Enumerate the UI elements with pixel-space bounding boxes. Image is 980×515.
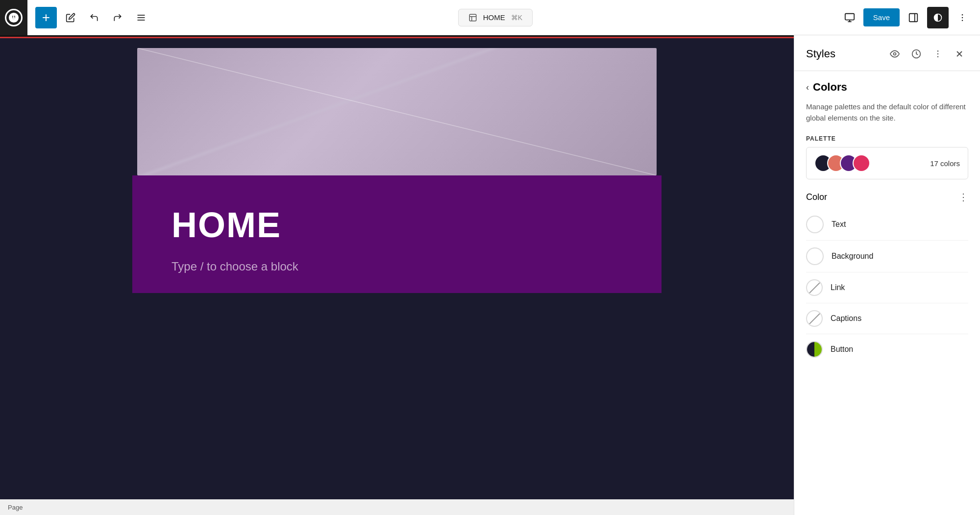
page-title: HOME [483, 13, 505, 22]
canvas-area[interactable]: HOME Type / to choose a block Page [0, 35, 794, 515]
canvas-frame: HOME Type / to choose a block [132, 48, 662, 293]
button-swatch-green [814, 342, 822, 357]
color-item-link[interactable]: Link [806, 272, 968, 303]
toolbar-right: Save [840, 7, 972, 28]
wp-logo[interactable]: W [0, 0, 27, 35]
svg-point-13 [962, 14, 963, 15]
background-color-swatch [806, 247, 824, 265]
colors-heading: Colors [813, 81, 847, 94]
svg-point-20 [937, 53, 939, 55]
styles-eye-button[interactable] [886, 45, 904, 63]
text-color-swatch [806, 216, 824, 233]
canvas-content[interactable]: HOME Type / to choose a block [132, 175, 662, 293]
more-options-button[interactable] [953, 8, 972, 27]
color-item-button[interactable]: Button [806, 334, 968, 365]
styles-panel-title: Styles [806, 48, 835, 60]
add-block-button[interactable]: + [35, 7, 57, 28]
color-section-title: Color [806, 192, 827, 202]
undo-button[interactable] [84, 8, 104, 27]
svg-rect-8 [845, 13, 854, 20]
svg-point-15 [962, 20, 963, 21]
canvas-scroll: HOME Type / to choose a block [0, 38, 794, 515]
styles-history-button[interactable] [907, 45, 925, 63]
color-item-text[interactable]: Text [806, 209, 968, 240]
styles-panel-header: Styles [794, 35, 980, 71]
sidebar-toggle-button[interactable] [904, 8, 923, 27]
styles-more-button[interactable] [929, 45, 947, 63]
page-label: Page [8, 504, 23, 511]
button-color-swatch [806, 341, 823, 358]
styles-header-actions [886, 45, 968, 63]
button-swatch-dark [807, 342, 814, 357]
wp-logo-icon: W [5, 9, 23, 26]
colors-back-button[interactable]: ‹ Colors [806, 81, 968, 94]
toolbar: W + [0, 0, 980, 35]
color-section-header: Color ⋮ [806, 191, 968, 203]
link-color-label: Link [831, 283, 845, 292]
color-items-list: Text Background Link Captions [806, 209, 968, 365]
svg-rect-5 [469, 14, 476, 21]
styles-panel: Styles [794, 35, 980, 515]
back-arrow-icon: ‹ [806, 82, 809, 93]
main-area: HOME Type / to choose a block Page Style… [0, 35, 980, 515]
canvas-block-prompt[interactable]: Type / to choose a block [172, 260, 622, 273]
save-button[interactable]: Save [863, 8, 900, 26]
svg-point-14 [962, 17, 963, 18]
styles-close-button[interactable] [951, 45, 968, 63]
color-section-more-button[interactable]: ⋮ [958, 191, 968, 203]
link-color-swatch [806, 279, 823, 296]
palette-count: 17 colors [930, 159, 960, 168]
button-color-label: Button [831, 345, 853, 354]
svg-point-19 [937, 50, 939, 52]
palette-label: PALETTE [806, 135, 968, 142]
canvas-image [137, 48, 657, 175]
theme-toggle-button[interactable] [927, 7, 949, 28]
colors-section: ‹ Colors Manage palettes and the default… [794, 71, 980, 374]
captions-color-label: Captions [831, 314, 861, 323]
palette-row[interactable]: 17 colors [806, 147, 968, 179]
svg-rect-11 [909, 13, 918, 22]
canvas-page-title: HOME [172, 205, 622, 245]
color-item-background[interactable]: Background [806, 240, 968, 272]
palette-circles [814, 154, 865, 172]
canvas-diagonal-line [137, 48, 657, 175]
svg-line-16 [137, 48, 657, 175]
canvas-status-bar: Page [0, 499, 794, 515]
shortcut-label: ⌘K [511, 14, 522, 22]
svg-point-21 [937, 56, 939, 58]
page-info[interactable]: HOME ⌘K [458, 9, 533, 26]
toolbar-center: HOME ⌘K [155, 9, 836, 26]
color-item-captions[interactable]: Captions [806, 303, 968, 334]
text-color-label: Text [832, 220, 846, 229]
colors-description: Manage palettes and the default color of… [806, 101, 968, 123]
device-preview-button[interactable] [840, 8, 859, 27]
background-color-label: Background [832, 252, 873, 261]
list-view-button[interactable] [131, 8, 151, 27]
edit-button[interactable] [61, 8, 80, 27]
captions-color-swatch [806, 310, 823, 327]
palette-circle-4 [853, 154, 870, 172]
svg-point-17 [894, 53, 896, 55]
svg-text:W: W [11, 14, 17, 20]
redo-button[interactable] [108, 8, 127, 27]
